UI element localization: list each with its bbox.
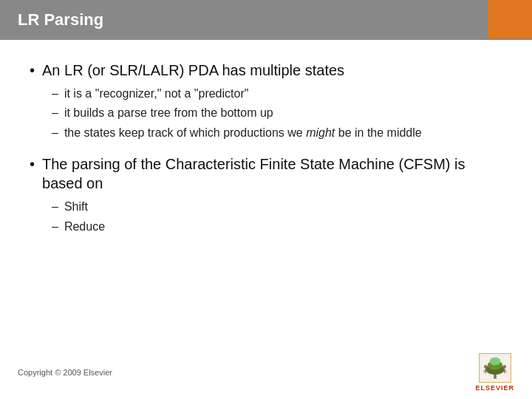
sub-dash: –: [52, 219, 58, 235]
bullet-main-1: • An LR (or SLR/LALR) PDA has multiple s…: [30, 61, 502, 80]
bullet-text-2: The parsing of the Characteristic Finite…: [42, 154, 502, 193]
bullet-section-2: • The parsing of the Characteristic Fini…: [30, 154, 502, 235]
sub-text-2: it builds a parse tree from the bottom u…: [64, 105, 273, 121]
slide: LR Parsing • An LR (or SLR/LALR) PDA has…: [0, 0, 532, 399]
svg-point-5: [484, 365, 488, 369]
slide-title: LR Parsing: [18, 10, 103, 30]
list-item: – it builds a parse tree from the bottom…: [52, 105, 502, 121]
svg-point-4: [489, 357, 500, 365]
bullet-text-1: An LR (or SLR/LALR) PDA has multiple sta…: [42, 61, 344, 80]
sub-text-4: Shift: [64, 199, 88, 215]
bullet-dot-1: •: [30, 62, 35, 79]
bullet-dot-2: •: [30, 156, 35, 173]
bullet-section-1: • An LR (or SLR/LALR) PDA has multiple s…: [30, 61, 502, 141]
italic-text: might: [306, 126, 335, 139]
elsevier-label: ELSEVIER: [475, 384, 514, 392]
svg-point-9: [502, 365, 506, 369]
sub-bullets-2: – Shift – Reduce: [52, 199, 502, 235]
sub-dash: –: [52, 105, 58, 121]
sub-bullets-1: – it is a "recognizer," not a "predictor…: [52, 86, 502, 141]
copyright-text: Copyright © 2009 Elsevier: [18, 368, 112, 377]
sub-dash: –: [52, 199, 58, 215]
elsevier-logo: ELSEVIER: [475, 353, 514, 392]
sub-text-3: the states keep track of which productio…: [64, 125, 422, 141]
slide-header: LR Parsing: [0, 0, 532, 40]
bullet-main-2: • The parsing of the Characteristic Fini…: [30, 154, 502, 193]
slide-content: • An LR (or SLR/LALR) PDA has multiple s…: [0, 40, 532, 346]
list-item: – the states keep track of which product…: [52, 125, 502, 141]
sub-dash: –: [52, 125, 58, 141]
sub-text-1: it is a "recognizer," not a "predictor": [64, 86, 249, 102]
sub-dash: –: [52, 86, 58, 102]
list-item: – Reduce: [52, 219, 502, 235]
list-item: – it is a "recognizer," not a "predictor…: [52, 86, 502, 102]
orange-accent-block: [488, 0, 532, 38]
sub-text-5: Reduce: [64, 219, 105, 235]
elsevier-tree-icon: [477, 353, 513, 383]
list-item: – Shift: [52, 199, 502, 215]
slide-footer: Copyright © 2009 Elsevier: [0, 346, 532, 399]
